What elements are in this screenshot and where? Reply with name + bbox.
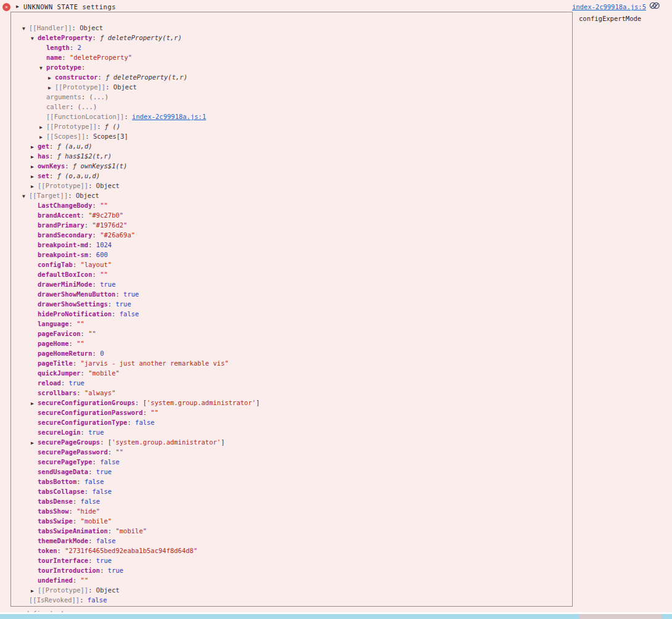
function-value: ƒ has$1$2(t,r)	[57, 152, 112, 160]
value-text: :	[49, 142, 57, 150]
expand-toggle-icon[interactable]: ▶	[39, 133, 46, 141]
internal-property-key: [[Scopes]]	[46, 133, 85, 140]
function-value: ƒ deleteProperty(t,r)	[105, 73, 187, 81]
expand-toggle-icon[interactable]: ▶	[31, 142, 38, 151]
tree-row: themeDarkMode: false	[11, 536, 572, 546]
tree-row: secureConfigurationType: false	[11, 417, 572, 427]
boolean-value: true	[115, 300, 131, 308]
value-text: :	[88, 251, 96, 258]
tree-row: secureConfigurationPassword: ""	[11, 408, 572, 417]
string-value: "#26a69a"	[100, 231, 135, 239]
boolean-value: false	[81, 498, 100, 505]
string-value: "layout"	[81, 261, 112, 268]
tree-row: pageHomeReturn: 0	[11, 348, 572, 358]
tree-row[interactable]: ▶has: ƒ has$1$2(t,r)	[11, 151, 572, 161]
tree-row[interactable]: ▶set: ƒ (o,a,u,d)	[11, 171, 572, 181]
function-value: ƒ ownKeys$1(t)	[73, 162, 128, 170]
tree-row[interactable]: ▶get: ƒ (a,u,d)	[11, 141, 572, 151]
expand-toggle-icon[interactable]: ▶	[31, 182, 38, 191]
tree-row[interactable]: ▶[[Scopes]]: Scopes[3]	[11, 131, 572, 141]
expand-toggle-icon[interactable]: ▶	[31, 152, 38, 161]
collapse-toggle-icon[interactable]: ▼	[39, 64, 46, 72]
tree-row[interactable]: ▼[[Handler]]: Object	[11, 23, 572, 33]
tree-row: [[IsRevoked]]: false	[11, 595, 572, 605]
property-key: reload	[38, 379, 61, 387]
tree-row[interactable]: ▶[[Prototype]]: ƒ ()	[11, 121, 572, 131]
tree-row: breakpoint-sm: 600	[11, 250, 572, 260]
value-text: :	[92, 458, 100, 465]
value-text: :	[70, 44, 78, 51]
expand-toggle-icon[interactable]: ▶	[39, 123, 46, 131]
lazy-getter-value[interactable]: (...)	[89, 93, 109, 100]
source-location-link[interactable]: index-2c99918a.js:5	[572, 2, 646, 12]
value-text: :	[73, 576, 81, 584]
horizontal-scrollbar[interactable]	[0, 614, 672, 619]
tree-row: reload: true	[11, 378, 572, 388]
value-text: Object	[96, 586, 120, 594]
property-key: scrollbars	[38, 389, 76, 396]
scrollbar-thumb[interactable]	[580, 614, 662, 619]
console-error-row: ✕ ▶ UNKNOWN STATE settings index-2c99918…	[0, 0, 672, 12]
expand-toggle-icon[interactable]: ▶	[48, 83, 55, 92]
value-text: :	[84, 488, 92, 495]
boolean-value: true	[96, 557, 112, 564]
tree-row: secureLogin: true	[11, 427, 572, 437]
property-key: sendUsageData	[38, 468, 88, 475]
boolean-value: true	[69, 379, 84, 387]
value-text: :	[105, 83, 113, 91]
expand-toggle-icon[interactable]: ▶	[31, 162, 38, 171]
tree-row[interactable]: ▶[[Prototype]]: Object	[11, 585, 572, 595]
value-text: :	[72, 24, 80, 31]
lazy-getter-value[interactable]: (...)	[78, 103, 97, 110]
internal-property-key: [[Prototype]]	[38, 182, 88, 189]
property-key: configTab	[38, 261, 73, 268]
tree-row[interactable]: ▶[[Prototype]]: Object	[11, 82, 572, 92]
boolean-value: false	[88, 596, 107, 604]
value-text: :	[65, 162, 73, 170]
boolean-value: false	[92, 488, 112, 495]
property-key: language	[38, 320, 69, 327]
stack-expand-toggle-icon[interactable]: ▶	[14, 2, 21, 12]
string-value: "#9c27b0"	[88, 211, 123, 219]
collapse-toggle-icon[interactable]: ▼	[22, 192, 29, 200]
number-value: 1024	[96, 241, 112, 248]
value-text: :	[97, 123, 105, 130]
frames-badge-icon[interactable]	[649, 1, 660, 12]
property-key: ownKeys	[38, 162, 65, 170]
tree-row[interactable]: ▼[[Target]]: Object	[11, 191, 572, 200]
property-key: tabsSwipeAnimation	[38, 527, 108, 535]
proxy-preview-row[interactable]: ▼Proxy(Object) {language: '', pageFavico…	[11, 13, 572, 23]
property-key: set	[38, 172, 49, 179]
value-text: :	[108, 527, 116, 535]
tree-row[interactable]: ▶securePageGroups: ['system.group.admini…	[11, 437, 572, 447]
tree-row: defaultBoxIcon: ""	[11, 269, 572, 279]
value-text: :	[127, 419, 135, 426]
value-text: :	[73, 498, 81, 505]
collapse-toggle-icon[interactable]: ▼	[22, 24, 29, 33]
tree-row[interactable]: ▼prototype:	[11, 62, 572, 72]
expand-toggle-icon[interactable]: ▶	[31, 172, 38, 181]
expand-toggle-icon[interactable]: ▶	[31, 438, 38, 447]
tree-row: drawerShowMenuButton: true	[11, 289, 572, 299]
internal-property-key: [[Prototype]]	[46, 123, 97, 130]
string-value: 'system.group.administrator'	[147, 399, 256, 406]
expand-toggle-icon[interactable]: ▶	[31, 399, 38, 408]
string-value: "mobile"	[88, 369, 120, 377]
tree-row[interactable]: ▶ownKeys: ƒ ownKeys$1(t)	[11, 161, 572, 171]
tree-row[interactable]: ▶[[Prototype]]: Object	[11, 181, 572, 191]
collapse-toggle-icon[interactable]: ▼	[31, 34, 38, 43]
tree-row: configTab: "layout"	[11, 260, 572, 269]
value-text: :	[88, 468, 96, 475]
function-location-link[interactable]: index-2c99918a.js:1	[132, 113, 206, 120]
tree-row[interactable]: ▼deleteProperty: ƒ deleteProperty(t,r)	[11, 33, 572, 43]
tree-row: token: "2731f6465bed92eaba1b5ac94f8d64d8…	[11, 546, 572, 555]
string-value: ""	[150, 409, 158, 416]
value-text: :	[108, 300, 116, 308]
string-value: "always"	[84, 389, 116, 396]
string-value: ""	[76, 320, 84, 327]
tree-row[interactable]: ▶constructor: ƒ deleteProperty(t,r)	[11, 72, 572, 82]
expand-toggle-icon[interactable]: ▶	[48, 73, 55, 82]
tree-row[interactable]: ▶secureConfigurationGroups: ['system.gro…	[11, 398, 572, 408]
tree-row: quickJumper: "mobile"	[11, 368, 572, 378]
expand-toggle-icon[interactable]: ▶	[31, 586, 38, 595]
